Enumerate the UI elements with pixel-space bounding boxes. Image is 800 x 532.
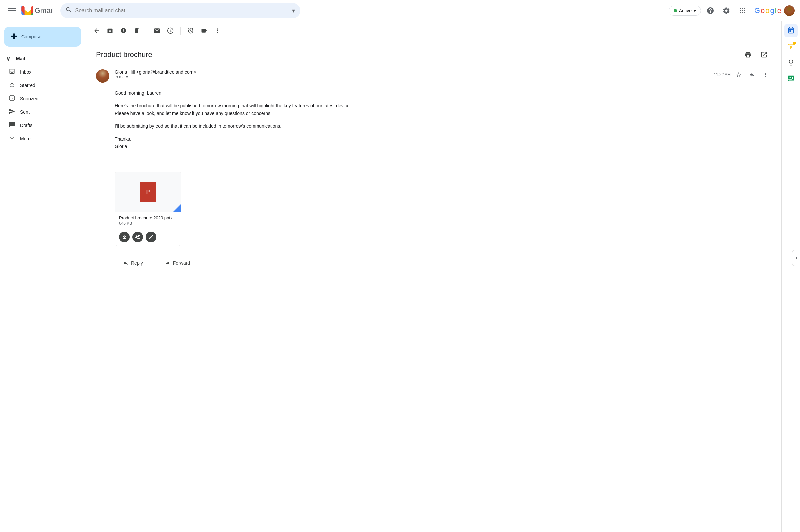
email-body: Good morning, Lauren! Here's the brochur… (96, 89, 771, 162)
forward-button-label: Forward (173, 260, 190, 266)
print-button[interactable] (741, 48, 755, 61)
topbar-right: Active ▾ Google (669, 4, 795, 17)
search-input[interactable] (75, 8, 289, 14)
to-row[interactable]: to me ▾ (115, 75, 708, 79)
attachment-size: 646 KB (119, 221, 177, 226)
search-dropdown-icon[interactable]: ▾ (292, 7, 295, 14)
reply-icon (123, 260, 128, 266)
sidebar: ✚ Compose ∨ Mail Inbox Starred Snoozed (0, 21, 85, 532)
calendar-panel-button[interactable] (784, 24, 798, 37)
edit-attachment-button[interactable] (146, 232, 156, 242)
user-avatar[interactable] (784, 5, 795, 16)
help-button[interactable] (704, 4, 717, 17)
sidebar-item-sent[interactable]: Sent (0, 105, 80, 119)
email-greeting: Good morning, Lauren! (115, 89, 771, 97)
email-content-area: Product brochure Gloria Hill (85, 21, 781, 532)
main-layout: ✚ Compose ∨ Mail Inbox Starred Snoozed (0, 21, 800, 532)
email-paragraph-2: I'll be submitting by eod so that it can… (115, 122, 771, 130)
avatar-image (784, 5, 795, 16)
active-dot (674, 9, 677, 12)
email-meta-right: 11:22 AM (714, 69, 771, 80)
compose-label: Compose (21, 34, 41, 39)
to-dropdown-icon: ▾ (126, 75, 128, 79)
topbar: Gmail ▾ Active ▾ Google (0, 0, 800, 21)
tasks-badge (793, 42, 796, 44)
sidebar-item-snoozed[interactable]: Snoozed (0, 92, 80, 105)
reply-button-label: Reply (131, 260, 143, 266)
drafts-icon (8, 121, 16, 130)
compose-button[interactable]: ✚ Compose (4, 27, 81, 47)
attachment-preview: P (115, 172, 181, 212)
reply-header-button[interactable] (747, 69, 757, 80)
download-attachment-button[interactable] (119, 232, 130, 242)
svg-rect-1 (8, 10, 16, 11)
email-header: Gloria Hill <gloria@brandtleeland.com> t… (96, 69, 771, 83)
sent-icon (8, 108, 16, 116)
move-to-button[interactable] (185, 25, 197, 37)
attachment-card[interactable]: P Product brochure 2020.pptx 646 KB (115, 172, 181, 246)
starred-label: Starred (20, 83, 35, 88)
more-toolbar-button[interactable] (211, 25, 223, 37)
forward-button[interactable]: Forward (157, 256, 198, 269)
menu-icon[interactable] (5, 4, 19, 17)
mail-section-label: Mail (16, 56, 25, 61)
forward-icon (165, 260, 170, 266)
more-expand-icon (8, 135, 16, 143)
reply-button[interactable]: Reply (115, 256, 151, 269)
back-button[interactable] (91, 25, 103, 37)
google-logo: Google (754, 6, 781, 15)
ppt-icon-letter: P (146, 189, 150, 195)
save-drive-button[interactable] (132, 232, 143, 242)
more-email-button[interactable] (760, 69, 771, 80)
sidebar-item-inbox[interactable]: Inbox (0, 65, 80, 79)
mark-unread-button[interactable] (151, 25, 163, 37)
archive-button[interactable] (104, 25, 116, 37)
starred-icon (8, 81, 16, 90)
contacts-panel-button[interactable] (784, 72, 798, 86)
mail-expand-icon: ∨ (4, 55, 12, 62)
svg-rect-0 (8, 8, 16, 9)
toolbar-divider-1 (147, 27, 147, 35)
reply-section: Reply Forward (96, 254, 771, 277)
labels-button[interactable] (198, 25, 210, 37)
settings-button[interactable] (720, 4, 733, 17)
attachment-corner-fold (173, 204, 181, 212)
search-bar[interactable]: ▾ (60, 3, 300, 18)
app-name: Gmail (35, 6, 54, 15)
right-panel (781, 21, 800, 532)
email-view: Product brochure Gloria Hill (85, 40, 781, 532)
email-subject: Product brochure (96, 50, 152, 59)
active-status-button[interactable]: Active ▾ (669, 6, 701, 16)
star-button[interactable] (734, 69, 744, 80)
sender-info: Gloria Hill <gloria@brandtleeland.com> t… (115, 69, 708, 79)
ppt-file-icon: P (140, 182, 156, 202)
email-paragraph-1: Here's the brochure that will be publish… (115, 102, 771, 117)
inbox-label: Inbox (20, 69, 31, 75)
snoozed-label: Snoozed (20, 96, 38, 101)
toolbar-divider-2 (180, 27, 181, 35)
inbox-icon (8, 68, 16, 76)
snoozed-icon (8, 95, 16, 103)
apps-button[interactable] (736, 4, 749, 17)
sidebar-item-starred[interactable]: Starred (0, 79, 80, 92)
sender-avatar (96, 69, 109, 83)
email-divider (115, 165, 771, 165)
attachment-filename: Product brochure 2020.pptx (119, 215, 177, 220)
active-label: Active (679, 8, 692, 13)
email-time: 11:22 AM (714, 72, 731, 77)
expand-panel-button[interactable] (792, 250, 800, 266)
report-spam-button[interactable] (117, 25, 129, 37)
email-subject-actions (741, 48, 771, 61)
keep-panel-button[interactable] (784, 56, 798, 69)
sidebar-item-drafts[interactable]: Drafts (0, 119, 80, 132)
sent-label: Sent (20, 109, 30, 115)
snooze-button[interactable] (164, 25, 176, 37)
gmail-logo: Gmail (21, 6, 54, 15)
drafts-label: Drafts (20, 123, 32, 128)
sidebar-item-more[interactable]: More (0, 132, 80, 145)
mail-section[interactable]: ∨ Mail (0, 52, 85, 65)
delete-button[interactable] (131, 25, 143, 37)
open-new-window-button[interactable] (757, 48, 771, 61)
compose-plus-icon: ✚ (11, 32, 17, 41)
tasks-panel-button[interactable] (784, 40, 798, 53)
